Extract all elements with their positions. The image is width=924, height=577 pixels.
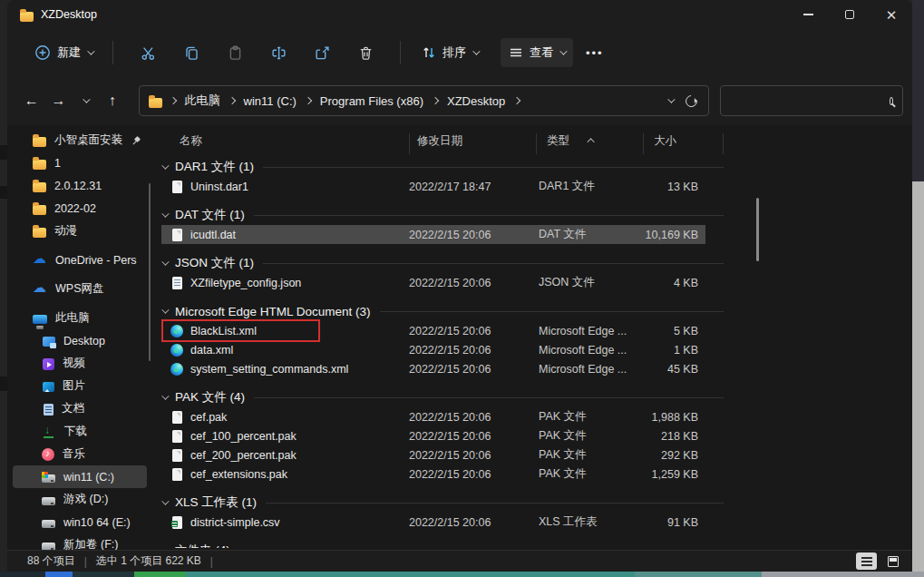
- sidebar-item[interactable]: Desktop: [13, 329, 147, 352]
- sidebar-item[interactable]: 1: [13, 152, 147, 174]
- copy-button[interactable]: [173, 37, 209, 68]
- group-header[interactable]: XLS 工作表 (1): [154, 493, 724, 513]
- breadcrumb-item[interactable]: Program Files (x86): [319, 93, 424, 110]
- sidebar-item[interactable]: OneDrive - Pers: [13, 249, 147, 271]
- sidebar-item[interactable]: win10 64 (E:): [13, 511, 147, 533]
- title-bar[interactable]: XZDesktop ✕: [7, 0, 912, 29]
- group-header[interactable]: 文件夹 (4): [154, 541, 724, 548]
- search-box[interactable]: [720, 85, 903, 116]
- file-group: 文件夹 (4): [154, 541, 724, 548]
- delete-button[interactable]: [347, 37, 384, 68]
- column-header-type[interactable]: 类型: [536, 133, 643, 154]
- sidebar-item[interactable]: 新加卷 (F:): [13, 533, 147, 550]
- more-options-button[interactable]: •••: [586, 46, 604, 60]
- sidebar-item-label: 新加卷 (F:): [63, 537, 118, 550]
- file-row[interactable]: cef.pak2022/2/15 20:06PAK 文件1,988 KB: [161, 407, 705, 426]
- back-button[interactable]: ←: [18, 87, 45, 114]
- drivewin-icon: [42, 474, 55, 483]
- minimize-button[interactable]: [787, 0, 829, 29]
- breadcrumb-item[interactable]: win11 (C:): [243, 93, 297, 110]
- folder-icon: [33, 137, 46, 147]
- sidebar-item[interactable]: 音乐: [13, 443, 147, 465]
- sidebar-item[interactable]: 2022-02: [13, 197, 147, 220]
- file-size: 1 KB: [615, 340, 698, 359]
- breadcrumb-item[interactable]: XZDesktop: [446, 93, 506, 110]
- sidebar-item[interactable]: 视频: [13, 352, 147, 375]
- file-icon: [172, 468, 182, 481]
- group-header[interactable]: Microsoft Edge HTML Document (3): [154, 301, 724, 321]
- sidebar-item[interactable]: 下载: [13, 420, 147, 443]
- sort-arrows-icon: [422, 45, 436, 60]
- sort-button[interactable]: 排序: [413, 38, 486, 67]
- file-icon-cell: [170, 340, 183, 359]
- sidebar-item[interactable]: 游戏 (D:): [13, 488, 147, 511]
- status-separator: |: [84, 555, 87, 568]
- file-row[interactable]: system_setting_commands.xml2022/2/15 20:…: [161, 359, 705, 378]
- sidebar-item[interactable]: 此电脑: [13, 307, 147, 329]
- new-button[interactable]: 新建: [27, 39, 100, 66]
- sidebar-item-label: 视频: [63, 356, 85, 371]
- file-date: 2022/2/15 20:06: [409, 445, 491, 465]
- file-name: Uninst.dar1: [190, 177, 399, 196]
- status-bar: 88 个项目 | 选中 1 个项目 622 KB |: [7, 550, 912, 572]
- window-title: XZDesktop: [41, 8, 97, 21]
- sidebar-item-label: 音乐: [63, 446, 85, 462]
- file-date: 2022/2/15 20:06: [409, 340, 491, 359]
- file-list-scrollbar[interactable]: [756, 198, 759, 261]
- forward-button[interactable]: →: [45, 87, 73, 114]
- group-divider-line: [254, 215, 724, 216]
- sidebar-item[interactable]: 动漫: [13, 220, 147, 242]
- sidebar-item[interactable]: WPS网盘: [13, 278, 147, 300]
- group-header[interactable]: PAK 文件 (4): [154, 387, 724, 407]
- view-button[interactable]: 查看: [501, 38, 573, 67]
- pc-icon: [33, 315, 47, 324]
- file-row[interactable]: BlackList.xml2022/2/15 20:06Microsoft Ed…: [161, 321, 705, 340]
- column-header-date[interactable]: 修改日期: [409, 133, 536, 154]
- group-header[interactable]: DAT 文件 (1): [154, 205, 724, 225]
- file-row[interactable]: district-simple.csv2022/2/15 20:06XLS 工作…: [161, 513, 705, 532]
- close-button[interactable]: ✕: [871, 0, 912, 29]
- file-row[interactable]: Uninst.dar12022/2/17 18:47DAR1 文件13 KB: [161, 177, 705, 196]
- sidebar-item-label: 动漫: [54, 223, 77, 239]
- rename-icon: [271, 45, 287, 61]
- group-header[interactable]: JSON 文件 (1): [154, 253, 724, 273]
- share-button[interactable]: [304, 37, 340, 68]
- file-type: PAK 文件: [539, 445, 587, 465]
- file-row[interactable]: cef_200_percent.pak2022/2/15 20:06PAK 文件…: [161, 445, 705, 465]
- details-view-toggle[interactable]: [856, 553, 877, 570]
- file-row[interactable]: cef_extensions.pak2022/2/15 20:06PAK 文件1…: [161, 465, 705, 484]
- column-header-size[interactable]: 大小: [643, 133, 724, 154]
- file-row[interactable]: icudtl.dat2022/2/15 20:06DAT 文件10,169 KB: [161, 225, 705, 244]
- cut-button[interactable]: [130, 37, 166, 68]
- file-row[interactable]: data.xml2022/2/15 20:06Microsoft Edge ..…: [161, 340, 705, 359]
- group-divider-line: [380, 311, 724, 312]
- sidebar-item[interactable]: 文档: [13, 397, 147, 420]
- column-header-name[interactable]: 名称: [154, 133, 409, 154]
- address-dropdown-icon[interactable]: [667, 95, 675, 103]
- sidebar-item-label: 下载: [64, 424, 87, 439]
- sidebar-item[interactable]: 小智桌面安装: [13, 129, 147, 152]
- sidebar-item[interactable]: 2.0.12.31: [13, 174, 147, 197]
- sidebar-item[interactable]: win11 (C:): [13, 465, 147, 488]
- sidebar-item[interactable]: 图片: [13, 375, 147, 397]
- thumbnail-view-toggle[interactable]: [882, 553, 903, 570]
- address-bar[interactable]: 此电脑win11 (C:)Program Files (x86)XZDeskto…: [139, 85, 709, 116]
- search-input[interactable]: [730, 94, 890, 108]
- rename-button[interactable]: [260, 37, 297, 68]
- search-icon: [890, 97, 893, 105]
- paste-button[interactable]: [217, 37, 253, 68]
- up-button[interactable]: ↑: [99, 87, 126, 114]
- file-name: cef_100_percent.pak: [190, 426, 399, 445]
- sidebar-scrollbar[interactable]: [149, 183, 151, 361]
- breadcrumb-item[interactable]: 此电脑: [184, 91, 221, 111]
- file-icon-cell: [170, 465, 182, 484]
- refresh-icon[interactable]: [683, 93, 699, 109]
- share-icon: [315, 45, 330, 61]
- recent-locations-button[interactable]: [72, 87, 99, 114]
- maximize-button[interactable]: [829, 0, 871, 29]
- file-row[interactable]: cef_100_percent.pak2022/2/15 20:06PAK 文件…: [161, 426, 705, 445]
- group-chevron-icon: [161, 258, 169, 265]
- file-icon-cell: [170, 513, 182, 532]
- group-header[interactable]: DAR1 文件 (1): [154, 157, 724, 177]
- file-row[interactable]: XZfiletype_config.json2022/2/15 20:06JSO…: [161, 273, 705, 292]
